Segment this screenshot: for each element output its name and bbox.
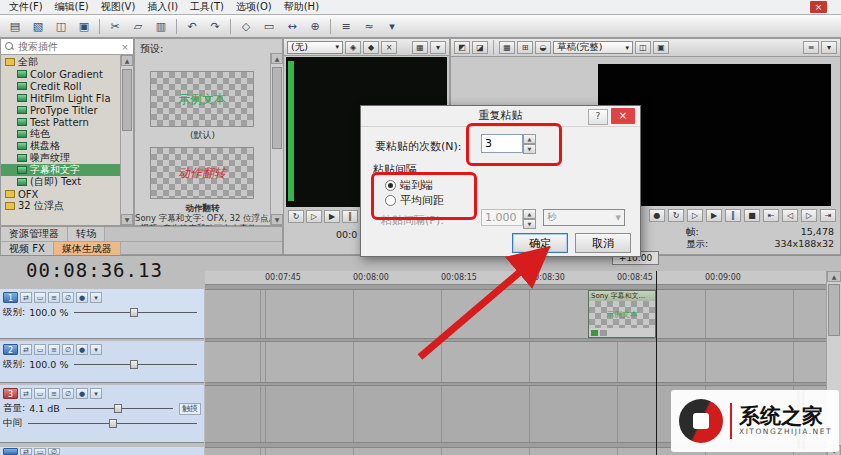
track-header-3-audio[interactable]: 3 ⇄ ▭ ≡ ∅ ● ▾ 音量: 4.1 dB 触摸 中间 (0, 385, 204, 443)
menu-help[interactable]: 帮助(H) (279, 0, 324, 14)
preview-video-output-button[interactable]: ◪ (472, 41, 488, 54)
new-project-button[interactable]: ▤ (4, 16, 26, 36)
preset-item-default[interactable]: 示例文本 (150, 71, 254, 127)
generated-media-icon[interactable] (591, 330, 598, 336)
generator-item-all[interactable]: 全部 (1, 56, 120, 68)
track-mute-icon[interactable]: ∅ (62, 292, 74, 303)
preview-more-button[interactable]: ▾ (821, 41, 837, 54)
track-motion-icon[interactable]: ⇄ (20, 292, 32, 303)
preview-overlays-button[interactable]: ▦ (499, 41, 515, 54)
loop-playback-button[interactable]: ↻ (668, 209, 684, 222)
track-solo-icon[interactable]: ● (76, 292, 88, 303)
track-pan-slider[interactable] (28, 419, 197, 428)
fx-cursor-time[interactable]: 00:0 (336, 229, 357, 240)
undo-button[interactable]: ↶ (181, 16, 203, 36)
preview-safe-area-button[interactable]: ◒ (535, 41, 551, 54)
preview-options-button[interactable]: ≡ (803, 41, 819, 54)
auto-ripple-button[interactable]: ≈ (358, 16, 380, 36)
fx-animate-button[interactable]: ◈ (345, 41, 361, 54)
presets-scrollbar[interactable]: ▲ ▼ (270, 53, 283, 225)
envelope-tool-button[interactable]: ▭ (258, 16, 280, 36)
menu-view[interactable]: 视图(V) (96, 0, 141, 14)
preview-grid-button[interactable]: ⊞ (517, 41, 533, 54)
automation-mode-select[interactable]: 触摸 (179, 403, 201, 415)
search-input[interactable] (16, 40, 119, 53)
save-button[interactable]: ◫ (50, 16, 72, 36)
track-motion-icon[interactable]: ⇄ (20, 344, 32, 355)
track-solo-icon[interactable]: ● (76, 344, 88, 355)
generator-item-solid-color[interactable]: 纯色 (1, 128, 120, 140)
track-automation-icon[interactable]: ≡ (48, 292, 60, 303)
menu-options[interactable]: 选项(O) (231, 0, 277, 14)
track-phase-icon[interactable]: ⇄ (20, 388, 32, 399)
menu-insert[interactable]: 插入(I) (142, 0, 183, 14)
generator-item-hitfilm-light-flare[interactable]: HitFilm Light Fla (1, 92, 120, 104)
menu-tools[interactable]: 工具(T) (185, 0, 229, 14)
track-fx-icon[interactable]: ▭ (34, 344, 46, 355)
generator-item-legacy-text[interactable]: (自即) Text (1, 176, 120, 188)
open-button[interactable]: ▧ (27, 16, 49, 36)
track-volume-slider[interactable] (66, 404, 173, 413)
track-motion-icon[interactable]: ⇄ (20, 448, 32, 455)
tree-scrollbar[interactable]: ▲ ▼ (120, 55, 133, 225)
preview-save-frame-button[interactable]: ▣ (653, 41, 669, 54)
dialog-help-button[interactable]: ? (588, 109, 608, 125)
track-fx-icon[interactable]: ▭ (34, 448, 46, 455)
pause-button[interactable]: ‖ (725, 209, 741, 222)
menu-file[interactable]: 文件(F) (4, 0, 48, 14)
track-fx-icon[interactable]: ▭ (34, 388, 46, 399)
dock-tab-explorer[interactable]: 资源管理器 (1, 227, 68, 241)
go-to-start-button[interactable]: ⇤ (763, 209, 779, 222)
dock-tab-media-generators[interactable]: 媒体生成器 (54, 242, 121, 256)
dock-tab-video-fx[interactable]: 视频 FX (1, 242, 54, 256)
cancel-button[interactable]: 取消 (575, 233, 631, 253)
preview-copy-frame-button[interactable]: ◫ (635, 41, 651, 54)
ok-button[interactable]: 确定 (512, 233, 568, 253)
track-more-icon[interactable]: ▾ (90, 344, 102, 355)
timeline-ruler[interactable]: 00:07:45 00:08:00 00:08:15 00:08:30 00:0… (205, 271, 826, 285)
playhead-cursor[interactable] (656, 271, 657, 455)
clip-fx-icon[interactable] (600, 330, 607, 336)
fx-play-button[interactable]: ▶ (324, 210, 340, 223)
copy-button[interactable]: ▱ (127, 16, 149, 36)
go-to-end-button[interactable]: ⇥ (820, 209, 836, 222)
next-frame-button[interactable]: ▷ (801, 209, 817, 222)
scrollbar-thumb[interactable] (272, 67, 282, 149)
selection-tool-button[interactable]: ↔ (281, 16, 303, 36)
slider-knob[interactable] (109, 419, 117, 428)
preview-quality-select[interactable]: 草稿(完整) ▾ (553, 41, 633, 54)
slider-knob[interactable] (130, 360, 138, 369)
generator-item-protype-titler[interactable]: ProType Titler (1, 104, 120, 116)
generator-item-credit-roll[interactable]: Credit Roll (1, 80, 120, 92)
track-header-4[interactable]: ⇄ ▭ ∅ (0, 447, 204, 455)
scroll-up-icon[interactable]: ▲ (271, 53, 283, 64)
fx-more-button[interactable]: ▾ (430, 41, 446, 54)
window-close-button[interactable]: × (810, 1, 827, 13)
track-mute-icon[interactable]: ∅ (62, 388, 74, 399)
track-more-icon[interactable]: ▾ (90, 388, 102, 399)
clear-search-icon[interactable]: × (119, 42, 131, 52)
snapping-button[interactable]: ≡ (335, 16, 357, 36)
scrollbar-thumb[interactable] (122, 69, 132, 131)
edit-tool-button[interactable]: ◇ (235, 16, 257, 36)
paste-button[interactable]: ▥ (150, 16, 172, 36)
fx-dock-button[interactable]: ▦ (412, 41, 428, 54)
scroll-down-icon[interactable]: ▼ (121, 214, 133, 225)
track-arm-icon[interactable]: ● (76, 388, 88, 399)
track-more-icon[interactable]: ▾ (90, 292, 102, 303)
generator-item-32bit-float[interactable]: 32 位浮点 (1, 200, 120, 212)
slider-knob[interactable] (114, 404, 122, 413)
scroll-up-icon[interactable]: ▲ (827, 271, 841, 282)
track-mute-icon[interactable]: ∅ (62, 344, 74, 355)
scroll-up-icon[interactable]: ▲ (121, 55, 133, 66)
preset-item-action-flip[interactable]: 动作翻转 (150, 147, 254, 199)
dock-tab-transitions[interactable]: 转场 (68, 227, 105, 241)
slider-knob[interactable] (130, 308, 138, 317)
more-tools-button[interactable]: ▾ (381, 16, 403, 36)
timeline-time-display[interactable]: 00:08:36.13 (26, 259, 163, 281)
prev-frame-button[interactable]: ◁ (782, 209, 798, 222)
scroll-down-icon[interactable]: ▼ (271, 214, 283, 225)
record-button[interactable]: ● (649, 209, 665, 222)
preview-external-monitor-button[interactable]: ◩ (454, 41, 470, 54)
zoom-tool-button[interactable]: ⊕ (304, 16, 326, 36)
